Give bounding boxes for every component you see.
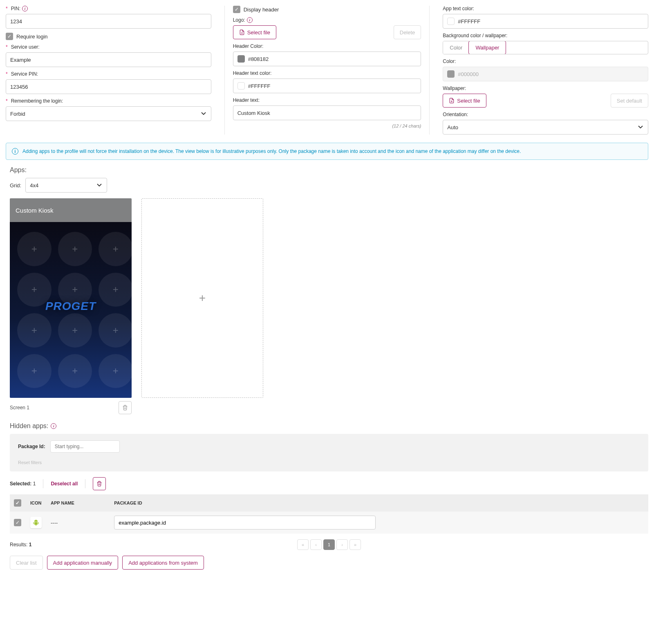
bg-toggle-color[interactable]: Color (443, 41, 469, 54)
file-icon (449, 98, 455, 103)
info-icon: i (12, 148, 18, 155)
add-application-manually-button[interactable]: Add application manually (47, 556, 119, 570)
header-text-label: Header text: (233, 97, 421, 103)
row-app-name: ---- (47, 512, 110, 534)
add-screen-button[interactable]: + (141, 198, 263, 398)
table-row: ✓ ---- (10, 512, 648, 534)
wallpaper-select-file-button[interactable]: Select file (443, 94, 486, 108)
app-slot[interactable]: + (17, 273, 52, 307)
bg-color-input: #000000 (443, 67, 648, 81)
pagination: « ‹ 1 › » (297, 539, 361, 550)
selected-count: Selected: 1 (10, 481, 36, 487)
header-text-input[interactable] (233, 105, 421, 120)
trash-icon (96, 481, 102, 487)
display-header-label: Display header (244, 7, 279, 13)
apps-title: Apps: (10, 166, 648, 174)
deselect-all-link[interactable]: Deselect all (51, 481, 78, 487)
add-applications-from-system-button[interactable]: Add applications from system (122, 556, 204, 570)
app-text-color-input[interactable]: #FFFFFF (443, 14, 648, 29)
divider (85, 479, 85, 488)
pin-input[interactable] (6, 14, 211, 29)
app-slot[interactable]: + (58, 232, 92, 266)
color-label: Color: (443, 58, 648, 64)
display-header-checkbox[interactable]: ✓ (233, 6, 240, 13)
color-swatch (237, 55, 245, 63)
app-slot[interactable]: + (99, 313, 132, 348)
col-package-id: PACKAGE ID (110, 494, 648, 512)
row-checkbox[interactable]: ✓ (14, 519, 21, 526)
header-color-input[interactable]: #808182 (233, 52, 421, 66)
service-pin-input[interactable] (6, 79, 211, 94)
package-id-filter-input[interactable] (50, 440, 120, 453)
logo-select-file-button[interactable]: Select file (233, 25, 276, 39)
service-pin-label: Service PIN: (6, 71, 211, 77)
logo-delete-button: Delete (394, 25, 421, 39)
kiosk-preview-header: Custom Kiosk (10, 198, 132, 222)
orientation-select[interactable]: Auto (443, 120, 648, 135)
trash-icon (122, 405, 128, 411)
app-slot[interactable]: + (58, 313, 92, 348)
app-text-color-label: App text color: (443, 6, 648, 11)
delete-screen-button[interactable] (119, 401, 132, 414)
info-banner: i Adding apps to the profile will not fo… (6, 143, 648, 160)
color-swatch (237, 82, 245, 90)
page-prev-button[interactable]: ‹ (310, 539, 322, 550)
app-slot[interactable]: + (17, 232, 52, 266)
app-slot[interactable]: + (99, 273, 132, 307)
reset-filters-link[interactable]: Reset filters (18, 460, 640, 465)
wallpaper-label: Wallpaper: (443, 85, 648, 91)
android-icon (30, 517, 42, 528)
char-count: (12 / 24 chars) (233, 123, 421, 128)
col-icon: ICON (26, 494, 47, 512)
remembering-label: Remembering the login: (6, 98, 211, 104)
require-login-label: Require login (16, 34, 48, 40)
results-count: Results: 1 (10, 542, 297, 548)
service-user-input[interactable] (6, 52, 211, 67)
header-text-color-label: Header text color: (233, 70, 421, 76)
clear-list-button: Clear list (10, 556, 43, 570)
row-package-id-input[interactable] (114, 516, 376, 530)
hidden-apps-title: Hidden apps: i (10, 422, 648, 430)
info-icon[interactable]: i (22, 6, 28, 11)
color-swatch (447, 70, 455, 78)
page-number[interactable]: 1 (323, 539, 335, 550)
col-app-name: APP NAME (47, 494, 110, 512)
page-next-button[interactable]: › (336, 539, 348, 550)
app-slot[interactable]: + (17, 354, 52, 388)
bg-wallpaper-label: Background color / wallpaper: (443, 33, 648, 38)
info-icon[interactable]: i (247, 17, 253, 23)
bg-toggle: Color Wallpaper (443, 41, 648, 54)
app-slot[interactable]: + (58, 354, 92, 388)
package-id-filter-label: Package Id: (18, 444, 45, 449)
file-icon (239, 29, 245, 35)
select-all-checkbox[interactable]: ✓ (14, 499, 21, 507)
header-color-label: Header Color: (233, 43, 421, 49)
app-slot[interactable]: + (58, 273, 92, 307)
page-last-button[interactable]: » (349, 539, 361, 550)
app-slot[interactable]: + (99, 232, 132, 266)
bg-toggle-wallpaper[interactable]: Wallpaper (468, 41, 506, 54)
service-user-label: Service user: (6, 44, 211, 50)
orientation-label: Orientation: (443, 112, 648, 117)
app-slot[interactable]: + (99, 354, 132, 388)
header-text-color-input[interactable]: #FFFFFF (233, 79, 421, 93)
pin-label: PIN: i (6, 6, 211, 11)
require-login-checkbox[interactable]: ✓ (6, 33, 13, 40)
grid-select[interactable]: 4x4 (25, 178, 107, 193)
remembering-select[interactable]: Forbid (6, 106, 211, 121)
delete-selected-button[interactable] (93, 477, 106, 490)
grid-label: Grid: (10, 182, 21, 188)
logo-label: Logo: i (233, 17, 421, 23)
screen-label: Screen 1 (10, 405, 29, 411)
page-first-button[interactable]: « (297, 539, 309, 550)
hidden-apps-table: ✓ ICON APP NAME PACKAGE ID ✓ ---- (10, 494, 648, 534)
divider (43, 479, 43, 488)
set-default-button: Set default (611, 94, 648, 108)
info-icon[interactable]: i (51, 423, 56, 429)
app-slot[interactable]: + (17, 313, 52, 348)
color-swatch (447, 18, 455, 25)
kiosk-preview: Custom Kiosk PROGET + + + + + + + + + + … (10, 198, 132, 398)
